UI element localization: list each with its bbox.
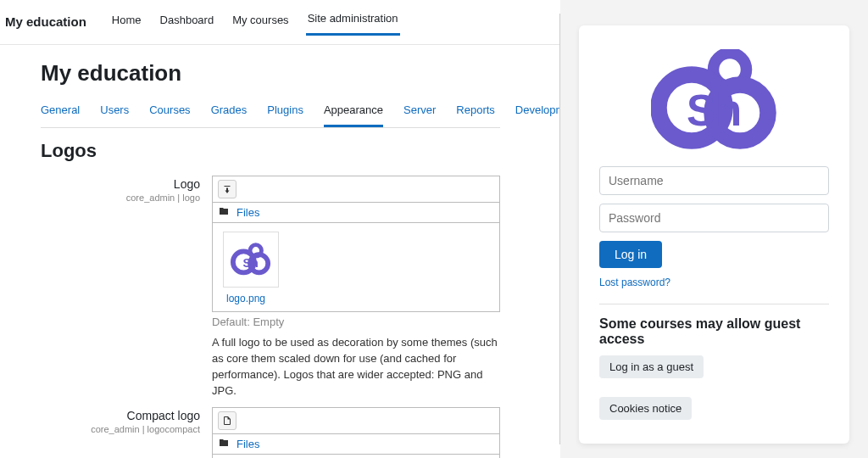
top-navigation: My education Home Dashboard My courses S…	[0, 0, 559, 45]
setting-compact-key: core_admin | logocompact	[41, 424, 200, 434]
filepicker-compact: Files	[212, 407, 500, 458]
file-thumbnail[interactable]: Sh	[223, 232, 279, 288]
nav-mycourses[interactable]: My courses	[231, 8, 290, 35]
login-button[interactable]: Log in	[599, 241, 662, 268]
download-icon[interactable]	[218, 180, 236, 198]
nav-home[interactable]: Home	[110, 8, 143, 35]
tab-reports[interactable]: Reports	[456, 98, 495, 127]
tab-plugins[interactable]: Plugins	[267, 98, 303, 127]
lost-password-link[interactable]: Lost password?	[599, 276, 829, 288]
login-divider	[599, 304, 829, 304]
section-heading: Logos	[41, 140, 500, 162]
folder-icon	[218, 206, 230, 219]
setting-logo-label: Logo	[41, 177, 200, 191]
cookies-notice-button[interactable]: Cookies notice	[599, 397, 692, 420]
setting-logo: Logo core_admin | logo Files	[41, 176, 500, 399]
tab-grades[interactable]: Grades	[211, 98, 248, 127]
tab-appearance[interactable]: Appearance	[324, 98, 383, 127]
nav-dashboard[interactable]: Dashboard	[159, 8, 216, 35]
nav-siteadmin[interactable]: Site administration	[306, 7, 400, 36]
admin-tabs: General Users Courses Grades Plugins App…	[41, 98, 500, 128]
tab-server[interactable]: Server	[403, 98, 436, 127]
setting-logo-key: core_admin | logo	[41, 193, 200, 203]
setting-logo-description: A full logo to be used as decoration by …	[212, 335, 500, 399]
guest-login-button[interactable]: Log in as a guest	[599, 355, 704, 378]
password-input[interactable]	[599, 204, 829, 232]
default-text: Default: Empty	[212, 316, 500, 328]
guest-access-heading: Some courses may allow guest access	[599, 316, 829, 347]
folder-icon	[218, 438, 230, 450]
login-logo: Sh	[599, 49, 829, 151]
tab-users[interactable]: Users	[100, 98, 129, 127]
tab-courses[interactable]: Courses	[149, 98, 190, 127]
file-name-link[interactable]: logo.png	[226, 293, 265, 304]
svg-text:Sh: Sh	[687, 87, 742, 135]
page-title: My education	[41, 60, 500, 87]
username-input[interactable]	[599, 166, 829, 195]
svg-text:Sh: Sh	[242, 256, 258, 270]
tab-general[interactable]: General	[41, 98, 80, 127]
login-card: Sh Log in Lost password? Some courses ma…	[579, 25, 849, 444]
setting-compact-label: Compact logo	[41, 409, 200, 422]
filepicker-logo: Files Sh logo.png	[212, 176, 500, 312]
file-add-icon[interactable]	[218, 411, 236, 430]
files-root-link[interactable]: Files	[236, 438, 259, 450]
setting-compact-logo: Compact logo core_admin | logocompact Fi…	[41, 407, 500, 458]
site-brand: My education	[5, 14, 86, 29]
files-root-link[interactable]: Files	[236, 206, 259, 219]
tab-development[interactable]: Development	[515, 98, 559, 127]
